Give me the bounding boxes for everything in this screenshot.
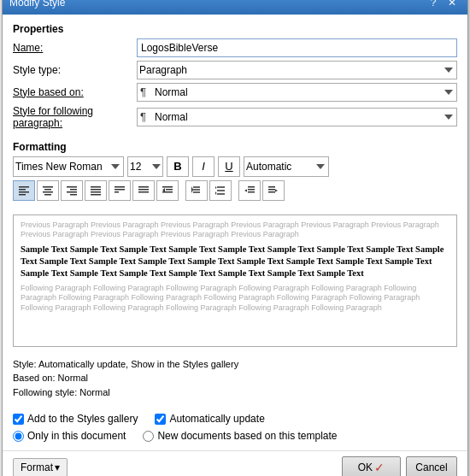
- auto-update-checkbox[interactable]: [155, 414, 166, 425]
- svg-rect-35: [248, 186, 255, 188]
- line-spacing-button[interactable]: [185, 180, 208, 201]
- svg-rect-40: [268, 189, 275, 191]
- bold-button[interactable]: B: [167, 156, 189, 177]
- svg-rect-22: [162, 186, 173, 188]
- format-label: Format: [21, 461, 53, 473]
- align-center-button[interactable]: [37, 180, 59, 201]
- style-following-row: Style for following paragraph: ¶ Normal: [13, 105, 457, 129]
- style-type-label: Style type:: [13, 64, 137, 76]
- style-type-select[interactable]: Paragraph: [137, 61, 457, 79]
- new-docs-radio[interactable]: [143, 431, 154, 442]
- svg-rect-20: [138, 189, 149, 191]
- formatting-label: Formatting: [13, 141, 457, 153]
- formatting-section: Formatting Times New Roman 12 B I U Auto…: [13, 141, 457, 206]
- bottom-bar: Format ▾ OK ✓ Cancel: [3, 450, 467, 476]
- style-following-select[interactable]: Normal: [137, 108, 457, 126]
- style-based-label: Style based on:: [13, 86, 137, 98]
- underline-button[interactable]: U: [218, 156, 240, 177]
- style-info-line2: Based on: Normal: [13, 371, 457, 385]
- svg-rect-6: [43, 191, 53, 193]
- format-dropdown-button[interactable]: Format ▾: [13, 458, 68, 476]
- align-right-button[interactable]: [61, 180, 83, 201]
- svg-rect-8: [67, 186, 77, 188]
- font-select[interactable]: Times New Roman: [13, 156, 124, 177]
- dialog-title: Modify Style: [9, 0, 65, 9]
- options-row-2: Only in this document New documents base…: [13, 430, 457, 442]
- svg-marker-34: [215, 191, 217, 195]
- mirror-indent-button[interactable]: [132, 180, 155, 201]
- gallery-checkbox[interactable]: [13, 414, 24, 425]
- only-doc-radio[interactable]: [13, 431, 24, 442]
- preview-box: Previous Paragraph Previous Paragraph Pr…: [13, 214, 457, 347]
- svg-rect-9: [70, 189, 77, 191]
- svg-rect-13: [91, 189, 101, 191]
- svg-marker-38: [244, 189, 247, 191]
- gallery-checkbox-label[interactable]: Add to the Styles gallery: [13, 413, 138, 425]
- svg-rect-4: [43, 186, 53, 188]
- svg-marker-42: [275, 189, 278, 191]
- style-info-line1: Style: Automatically update, Show in the…: [13, 357, 457, 372]
- svg-rect-21: [138, 191, 149, 193]
- new-docs-radio-label[interactable]: New documents based on this template: [143, 430, 337, 442]
- increase-indent-button[interactable]: [262, 180, 285, 201]
- new-docs-label-text: New documents based on this template: [157, 430, 337, 442]
- font-controls-row: Times New Roman 12 B I U Automatic: [13, 156, 457, 177]
- title-bar: Modify Style ? ✕: [3, 0, 467, 15]
- format-arrow-icon: ▾: [55, 461, 60, 473]
- svg-rect-12: [91, 186, 101, 188]
- ok-button[interactable]: OK ✓: [342, 456, 401, 476]
- italic-button[interactable]: I: [192, 156, 214, 177]
- preview-following-text: Following Paragraph Following Paragraph …: [21, 284, 449, 314]
- style-following-label: Style for following paragraph:: [13, 105, 137, 129]
- align-distributed-button[interactable]: [109, 180, 131, 201]
- para-spacing-button[interactable]: [209, 180, 232, 201]
- cancel-button[interactable]: Cancel: [406, 456, 457, 476]
- align-left-button[interactable]: [13, 180, 35, 201]
- dialog-body: Properties Name: Style type: Paragraph S…: [3, 15, 467, 451]
- options-section: Add to the Styles gallery Automatically …: [13, 409, 457, 442]
- rtl-button[interactable]: [156, 180, 179, 201]
- svg-rect-16: [115, 186, 125, 188]
- preview-previous-text: Previous Paragraph Previous Paragraph Pr…: [21, 220, 449, 240]
- close-button[interactable]: ✕: [444, 0, 461, 10]
- options-row-1: Add to the Styles gallery Automatically …: [13, 413, 457, 425]
- svg-rect-24: [162, 191, 173, 193]
- svg-rect-37: [248, 191, 255, 193]
- svg-rect-7: [44, 194, 51, 196]
- help-button[interactable]: ?: [425, 0, 442, 10]
- style-type-row: Style type: Paragraph: [13, 61, 457, 79]
- ok-label: OK: [358, 461, 373, 473]
- svg-rect-0: [19, 186, 29, 188]
- svg-rect-39: [268, 186, 275, 188]
- svg-rect-18: [115, 191, 119, 193]
- size-select[interactable]: 12: [127, 156, 163, 177]
- svg-marker-33: [215, 186, 217, 189]
- modify-style-dialog: Modify Style ? ✕ Properties Name: Style …: [2, 0, 468, 476]
- svg-marker-29: [191, 186, 193, 193]
- auto-update-checkbox-label[interactable]: Automatically update: [155, 413, 264, 425]
- only-doc-radio-label[interactable]: Only in this document: [13, 430, 126, 442]
- gallery-label-text: Add to the Styles gallery: [27, 413, 138, 425]
- style-based-select[interactable]: Normal: [137, 83, 457, 102]
- svg-rect-3: [19, 194, 26, 196]
- name-label: Name:: [13, 42, 137, 54]
- svg-rect-14: [91, 191, 101, 193]
- align-controls-row: [13, 180, 457, 201]
- preview-sample-text: Sample Text Sample Text Sample Text Samp…: [21, 244, 449, 280]
- color-select[interactable]: Automatic: [244, 156, 329, 177]
- style-based-row: Style based on: ¶ Normal: [13, 83, 457, 102]
- align-justify-button[interactable]: [85, 180, 107, 201]
- auto-update-label-text: Automatically update: [169, 413, 264, 425]
- properties-section: Properties Name: Style type: Paragraph S…: [13, 23, 457, 132]
- svg-rect-17: [115, 189, 125, 191]
- name-input[interactable]: [137, 38, 457, 57]
- svg-rect-11: [70, 194, 77, 196]
- svg-rect-41: [268, 191, 275, 193]
- decrease-indent-button[interactable]: [238, 180, 261, 201]
- style-info: Style: Automatically update, Show in the…: [13, 354, 457, 403]
- svg-rect-1: [19, 189, 26, 191]
- svg-rect-10: [67, 191, 77, 193]
- name-row: Name:: [13, 38, 457, 57]
- ok-checkmark-icon: ✓: [374, 461, 385, 474]
- svg-rect-19: [138, 186, 149, 188]
